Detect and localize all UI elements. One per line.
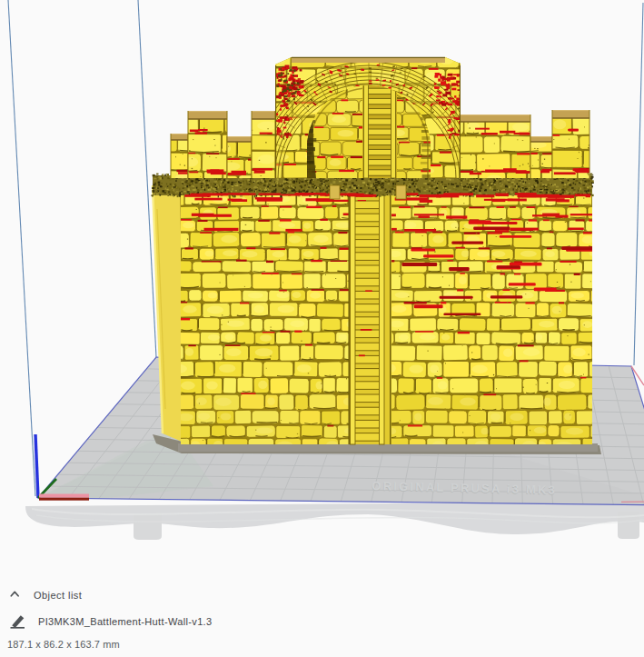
svg-text:Object list: Object list <box>34 590 82 601</box>
svg-text:PI3MK3M_Battlement-Hutt-Wall-v: PI3MK3M_Battlement-Hutt-Wall-v1.3 <box>38 616 212 627</box>
svg-text:187.1 x 86.2 x 163.7 mm: 187.1 x 86.2 x 163.7 mm <box>7 639 120 650</box>
